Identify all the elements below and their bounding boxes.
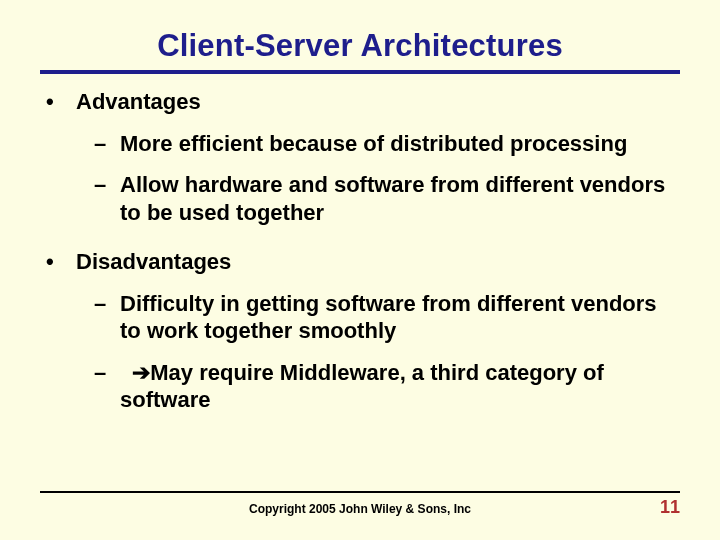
dash-mark: – xyxy=(94,171,120,226)
bullet-disadvantages: • Disadvantages xyxy=(46,248,674,276)
footer-rule xyxy=(40,491,680,493)
sub-bullet-text: Allow hardware and software from differe… xyxy=(120,171,674,226)
title-underline xyxy=(40,70,680,74)
slide-content: • Advantages – More efficient because of… xyxy=(40,88,680,414)
section-heading: Disadvantages xyxy=(76,248,231,276)
dash-mark: – xyxy=(94,290,120,345)
slide: Client-Server Architectures • Advantages… xyxy=(0,0,720,540)
footer-row: Copyright 2005 John Wiley & Sons, Inc 11 xyxy=(40,497,680,518)
sub-bullet-text: Difficulty in getting software from diff… xyxy=(120,290,674,345)
page-number: 11 xyxy=(640,497,680,518)
sub-bullet-text: ➔May require Middleware, a third categor… xyxy=(120,359,674,414)
section-heading: Advantages xyxy=(76,88,201,116)
arrow-right-icon: ➔ xyxy=(132,359,150,387)
dash-mark: – xyxy=(94,130,120,158)
bullet-advantages: • Advantages xyxy=(46,88,674,116)
slide-title: Client-Server Architectures xyxy=(40,28,680,70)
bullet-mark: • xyxy=(46,88,76,116)
dash-mark: – xyxy=(94,359,120,414)
sub-bullet: – More efficient because of distributed … xyxy=(94,130,674,158)
slide-footer: Copyright 2005 John Wiley & Sons, Inc 11 xyxy=(40,491,680,518)
copyright-text: Copyright 2005 John Wiley & Sons, Inc xyxy=(80,502,640,516)
bullet-mark: • xyxy=(46,248,76,276)
sub-bullet: – Allow hardware and software from diffe… xyxy=(94,171,674,226)
sub-bullet-text: More efficient because of distributed pr… xyxy=(120,130,627,158)
sub-bullet: – ➔May require Middleware, a third categ… xyxy=(94,359,674,414)
sub-bullet: – Difficulty in getting software from di… xyxy=(94,290,674,345)
